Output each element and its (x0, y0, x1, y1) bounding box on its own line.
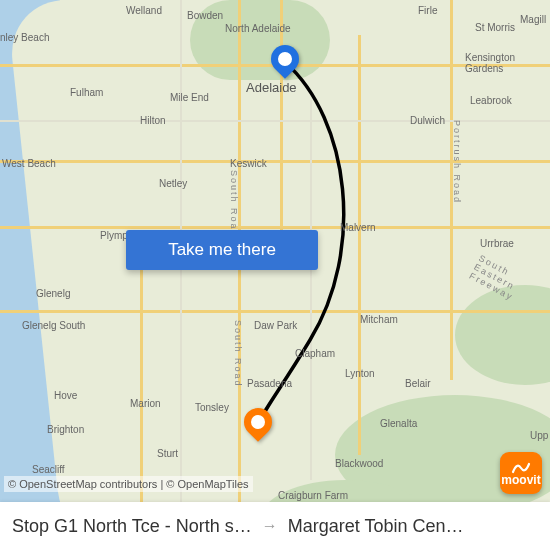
moovit-logo-icon: moovit (501, 460, 540, 486)
road-label-portrush: Portrush Road (452, 120, 462, 204)
major-road (238, 0, 241, 550)
minor-road (310, 100, 312, 480)
major-road (280, 0, 283, 230)
major-road (0, 226, 550, 229)
arrow-icon: → (262, 517, 278, 535)
origin-label: Stop G1 North Tce - North s… (12, 516, 252, 537)
map-attribution: © OpenStreetMap contributors | © OpenMap… (4, 476, 253, 492)
major-road (0, 310, 550, 313)
road-label-south2: South Road (233, 320, 243, 388)
minor-road (180, 0, 182, 550)
route-bar: Stop G1 North Tce - North s… → Margaret … (0, 502, 550, 550)
road-label-south: South Road (229, 170, 239, 238)
major-road (0, 160, 550, 163)
major-road (358, 35, 361, 455)
parkland (190, 0, 330, 80)
destination-label: Margaret Tobin Cen… (288, 516, 464, 537)
map-canvas[interactable]: Adelaide North Adelaide Welland Bowden n… (0, 0, 550, 550)
moovit-logo[interactable]: moovit (500, 452, 542, 494)
minor-road (0, 120, 550, 122)
take-me-there-button[interactable]: Take me there (126, 230, 318, 270)
